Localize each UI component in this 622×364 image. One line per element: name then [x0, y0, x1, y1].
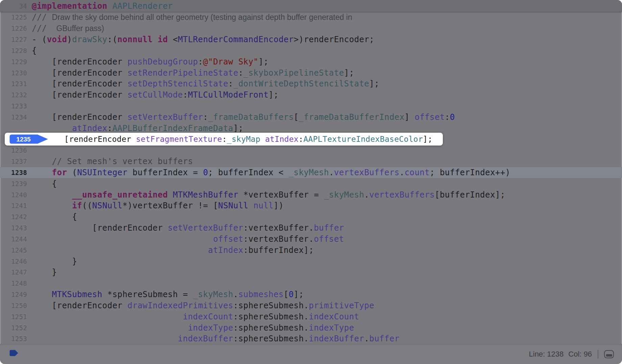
- code-line[interactable]: 1253 indexBuffer:sphereSubmesh.indexBuff…: [0, 333, 622, 344]
- code-line[interactable]: 1238 for (NSUInteger bufferIndex = 0; bu…: [0, 167, 622, 178]
- code-line[interactable]: 1247 }: [0, 267, 622, 278]
- code-line[interactable]: 1251 indexCount:sphereSubmesh.indexCount: [0, 311, 622, 322]
- code-text[interactable]: {: [27, 46, 37, 55]
- code-text[interactable]: // Set mesh's vertex buffers: [27, 157, 193, 166]
- line-number[interactable]: 1227: [0, 36, 27, 43]
- code-line[interactable]: 1228{: [0, 45, 622, 56]
- code-text[interactable]: @implementation AAPLRenderer: [27, 1, 173, 11]
- line-number[interactable]: 1230: [0, 69, 27, 77]
- code-line[interactable]: 1232 [renderEncoder setCullMode:MTLCullM…: [0, 89, 622, 101]
- line-number[interactable]: 1226: [0, 25, 27, 32]
- code-token: ]): [273, 201, 284, 210]
- code-text[interactable]: {: [27, 212, 77, 222]
- line-number[interactable]: 1238: [0, 169, 27, 176]
- code-line[interactable]: 1245 atIndex:bufferIndex];: [0, 244, 622, 256]
- code-text[interactable]: [renderEncoder setRenderPipelineState:_s…: [27, 68, 354, 78]
- code-text[interactable]: [renderEncoder pushDebugGroup:@"Draw Sky…: [27, 57, 268, 67]
- line-number[interactable]: 1229: [0, 58, 27, 66]
- code-text[interactable]: if((NSNull*)vertexBuffer != [NSNull null…: [27, 201, 284, 210]
- code-token: NSUInteger: [77, 168, 127, 177]
- line-number[interactable]: 1240: [0, 191, 27, 199]
- line-number[interactable]: 1249: [0, 291, 27, 298]
- code-line[interactable]: 1233: [0, 101, 622, 112]
- code-text[interactable]: [renderEncoder setFragmentTexture:_skyMa…: [64, 134, 432, 145]
- line-number[interactable]: 1252: [0, 324, 27, 332]
- line-number[interactable]: 1247: [0, 268, 27, 276]
- code-text[interactable]: }: [27, 267, 57, 277]
- code-text[interactable]: [renderEncoder setVertexBuffer:_frameDat…: [27, 112, 455, 122]
- code-token: >)renderEncoder;: [294, 35, 374, 44]
- code-line[interactable]: 1242 {: [0, 211, 622, 223]
- code-token: ///: [32, 24, 52, 33]
- code-line[interactable]: 1244 offset:vertexBuffer.offset: [0, 234, 622, 245]
- line-number[interactable]: 1231: [0, 80, 27, 87]
- code-line[interactable]: 1234 [renderEncoder setVertexBuffer:_fra…: [0, 111, 622, 123]
- highlighted-line-badge[interactable]: 1235: [9, 134, 48, 144]
- line-number[interactable]: 1233: [0, 102, 27, 110]
- line-number[interactable]: 1237: [0, 158, 27, 165]
- line-number[interactable]: 1251: [0, 313, 27, 320]
- code-line[interactable]: 1235 [renderEncoder setFragmentTexture:_…: [0, 134, 622, 145]
- code-line[interactable]: 1237 // Set mesh's vertex buffers: [0, 156, 622, 167]
- code-line[interactable]: 1249 MTKSubmesh *sphereSubmesh = _skyMes…: [0, 289, 622, 300]
- editor-layout-icon[interactable]: [604, 350, 614, 358]
- code-area[interactable]: 1225/// Draw the sky dome behind all oth…: [0, 12, 622, 344]
- line-number[interactable]: 1239: [0, 180, 27, 187]
- code-line[interactable]: 1229 [renderEncoder pushDebugGroup:@"Dra…: [0, 56, 622, 67]
- code-text[interactable]: atIndex:AAPLBufferIndexFrameData];: [27, 124, 243, 133]
- line-number[interactable]: 1242: [0, 213, 27, 220]
- line-number[interactable]: 34: [0, 2, 27, 10]
- code-line[interactable]: 1250 [renderEncoder drawIndexedPrimitive…: [0, 300, 622, 311]
- code-line[interactable]: atIndex:AAPLBufferIndexFrameData];: [0, 123, 622, 134]
- code-text[interactable]: [renderEncoder setDepthStencilState:_don…: [27, 79, 379, 88]
- line-number[interactable]: 1236: [0, 147, 27, 154]
- code-token: drawSky: [72, 35, 107, 44]
- code-text[interactable]: [renderEncoder setVertexBuffer:vertexBuf…: [27, 223, 344, 233]
- line-number[interactable]: 1246: [0, 258, 27, 265]
- code-line[interactable]: 1243 [renderEncoder setVertexBuffer:vert…: [0, 223, 622, 234]
- code-token: :bufferIndex];: [243, 245, 314, 255]
- code-line[interactable]: 1248: [0, 278, 622, 289]
- line-number[interactable]: 1232: [0, 91, 27, 99]
- code-token: *vertexBuffer =: [238, 190, 324, 200]
- code-text[interactable]: indexBuffer:sphereSubmesh.indexBuffer.bu…: [27, 334, 400, 343]
- code-text[interactable]: }: [27, 257, 77, 266]
- code-text[interactable]: __unsafe_unretained MTKMeshBuffer *verte…: [27, 190, 505, 200]
- code-line[interactable]: 1241 if((NSNull*)vertexBuffer != [NSNull…: [0, 200, 622, 211]
- line-number[interactable]: 1253: [0, 335, 27, 342]
- line-number[interactable]: 1248: [0, 280, 27, 287]
- line-number[interactable]: 1245: [0, 246, 27, 254]
- code-text[interactable]: - (void)drawSky:(nonnull id <MTLRenderCo…: [27, 35, 374, 44]
- code-text[interactable]: [renderEncoder drawIndexedPrimitives:sph…: [27, 301, 374, 310]
- code-line[interactable]: 1236: [0, 145, 622, 156]
- code-text[interactable]: offset:vertexBuffer.offset: [27, 234, 344, 244]
- code-line[interactable]: 1230 [renderEncoder setRenderPipelineSta…: [0, 67, 622, 78]
- code-text[interactable]: {: [27, 179, 57, 188]
- code-text[interactable]: /// GBuffer pass): [27, 24, 104, 33]
- code-text[interactable]: for (NSUInteger bufferIndex = 0; bufferI…: [27, 168, 510, 177]
- code-text[interactable]: /// Draw the sky dome behind all other g…: [27, 12, 352, 22]
- code-line[interactable]: 1225/// Draw the sky dome behind all oth…: [0, 12, 622, 23]
- code-line[interactable]: 1252 indexType:sphereSubmesh.indexType: [0, 322, 622, 333]
- code-text[interactable]: indexType:sphereSubmesh.indexType: [27, 323, 354, 333]
- code-text[interactable]: indexCount:sphereSubmesh.indexCount: [27, 312, 359, 321]
- line-number[interactable]: 1241: [0, 202, 27, 209]
- line-number[interactable]: 1244: [0, 235, 27, 243]
- code-editor-window: 34 @implementation AAPLRenderer 1225/// …: [0, 0, 622, 364]
- code-line[interactable]: 1226/// GBuffer pass): [0, 23, 622, 34]
- code-line[interactable]: 1227- (void)drawSky:(nonnull id <MTLRend…: [0, 34, 622, 45]
- code-line[interactable]: 1239 {: [0, 178, 622, 189]
- code-text[interactable]: atIndex:bufferIndex];: [27, 245, 314, 255]
- code-token: 0: [289, 290, 294, 299]
- line-number[interactable]: 1243: [0, 224, 27, 232]
- code-text[interactable]: [renderEncoder setCullMode:MTLCullModeFr…: [27, 90, 279, 100]
- line-number[interactable]: 1228: [0, 47, 27, 54]
- code-line[interactable]: 1240 __unsafe_unretained MTKMeshBuffer *…: [0, 189, 622, 200]
- line-number[interactable]: 1225: [0, 14, 27, 21]
- breakpoint-icon[interactable]: [9, 350, 18, 356]
- code-line[interactable]: 1231 [renderEncoder setDepthStencilState…: [0, 78, 622, 89]
- line-number[interactable]: 1250: [0, 302, 27, 309]
- code-line[interactable]: 1246 }: [0, 256, 622, 267]
- line-number[interactable]: 1234: [0, 113, 27, 121]
- code-text[interactable]: MTKSubmesh *sphereSubmesh = _skyMesh.sub…: [27, 290, 304, 299]
